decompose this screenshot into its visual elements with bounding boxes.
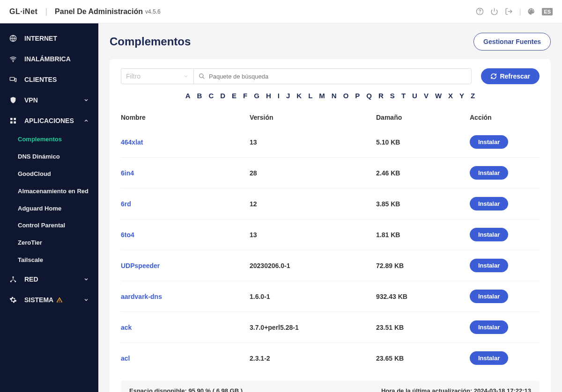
sidebar-sub-ddns[interactable]: DNS Dinámico [0, 148, 98, 166]
install-button[interactable]: Instalar [470, 166, 508, 180]
col-action: Acción [470, 114, 540, 121]
page-header: Complementos Gestionar Fuentes [110, 33, 551, 51]
table-row: UDPspeeder 20230206.0-1 72.89 KB Instala… [121, 250, 540, 281]
sidebar-sub-zerotier[interactable]: ZeroTier [0, 234, 98, 252]
alpha-letter[interactable]: E [232, 92, 237, 100]
alpha-letter[interactable]: B [197, 92, 202, 100]
sidebar-sub-tailscale[interactable]: Tailscale [0, 252, 98, 269]
alpha-letter[interactable]: C [208, 92, 214, 100]
install-button[interactable]: Instalar [470, 320, 508, 334]
package-link[interactable]: 6in4 [121, 169, 134, 177]
package-version: 12 [250, 200, 376, 208]
package-link[interactable]: 6rd [121, 200, 131, 208]
warning-icon [56, 297, 63, 303]
globe-icon [9, 35, 18, 42]
alpha-letter[interactable]: A [185, 92, 191, 100]
nav-label: VPN [24, 96, 38, 104]
package-version: 1.6.0-1 [250, 293, 376, 300]
alpha-letter[interactable]: N [332, 92, 337, 100]
applications-submenu: Complementos DNS Dinámico GoodCloud Alma… [0, 131, 98, 269]
chevron-down-icon [183, 73, 189, 79]
manage-sources-button[interactable]: Gestionar Fuentes [473, 33, 551, 51]
package-size: 1.81 KB [376, 231, 470, 239]
package-link[interactable]: acl [121, 355, 130, 362]
last-update: Hora de la última actualización: 2024-03… [381, 387, 531, 392]
package-link[interactable]: 464xlat [121, 138, 143, 146]
alpha-letter[interactable]: I [278, 92, 280, 100]
table-row: ack 3.7.0+perl5.28-1 23.51 KB Instalar [121, 312, 540, 343]
table-row: 464xlat 13 5.10 KB Instalar [121, 127, 540, 158]
language-badge[interactable]: ES [542, 8, 553, 15]
shield-icon [9, 96, 18, 104]
logout-icon[interactable] [505, 7, 513, 15]
alpha-letter[interactable]: X [448, 92, 453, 100]
alpha-letter[interactable]: K [296, 92, 302, 100]
sidebar-sub-parental[interactable]: Control Parental [0, 217, 98, 234]
alpha-letter[interactable]: M [319, 92, 325, 100]
package-size: 932.43 KB [376, 293, 470, 300]
package-link[interactable]: UDPspeeder [121, 262, 160, 269]
col-version: Versión [250, 114, 376, 121]
package-link[interactable]: ack [121, 324, 132, 331]
sidebar-sub-plugins[interactable]: Complementos [0, 131, 98, 148]
install-button[interactable]: Instalar [470, 197, 508, 211]
search-input[interactable] [209, 73, 466, 80]
sidebar-item-network[interactable]: RED [0, 269, 98, 290]
package-size: 2.46 KB [376, 169, 470, 177]
package-size: 3.85 KB [376, 200, 470, 208]
refresh-button[interactable]: Refrescar [481, 68, 540, 84]
alpha-letter[interactable]: F [243, 92, 247, 100]
theme-icon[interactable] [527, 7, 535, 15]
install-button[interactable]: Instalar [470, 135, 508, 149]
alpha-letter[interactable]: W [435, 92, 442, 100]
divider: | [45, 7, 47, 16]
package-version: 13 [250, 138, 376, 146]
alpha-letter[interactable]: D [220, 92, 225, 100]
sidebar-item-system[interactable]: SISTEMA [0, 290, 98, 310]
package-version: 3.7.0+perl5.28-1 [250, 324, 376, 331]
svg-point-1 [480, 13, 480, 14]
alpha-letter[interactable]: U [412, 92, 417, 100]
svg-rect-7 [10, 77, 14, 80]
svg-rect-9 [10, 118, 13, 120]
nav-label: INALÁMBRICA [24, 55, 71, 63]
table-row: 6to4 13 1.81 KB Instalar [121, 219, 540, 250]
alpha-letter[interactable]: J [286, 92, 290, 100]
alpha-letter[interactable]: O [343, 92, 349, 100]
sidebar-item-wireless[interactable]: INALÁMBRICA [0, 49, 98, 69]
install-button[interactable]: Instalar [470, 351, 508, 365]
search-icon [199, 73, 205, 80]
sidebar-sub-adguard[interactable]: Adguard Home [0, 200, 98, 218]
alpha-letter[interactable]: P [355, 92, 360, 100]
install-button[interactable]: Instalar [470, 290, 508, 303]
status-bar: Espacio disponible: 95.90 % ( 6.98 GB ) … [121, 381, 540, 392]
package-link[interactable]: 6to4 [121, 231, 134, 239]
alpha-letter[interactable]: Y [459, 92, 464, 100]
chevron-up-icon [83, 118, 89, 123]
panel-title: Panel De Administración [55, 7, 143, 16]
page-title: Complementos [110, 35, 191, 48]
alpha-letter[interactable]: H [266, 92, 271, 100]
alpha-letter[interactable]: V [424, 92, 429, 100]
alpha-letter[interactable]: L [308, 92, 312, 100]
package-link[interactable]: aardvark-dns [121, 293, 162, 300]
sidebar-item-vpn[interactable]: VPN [0, 90, 98, 110]
plugins-card: Filtro Refrescar A B C D E F [110, 59, 551, 392]
svg-point-13 [12, 276, 14, 278]
install-button[interactable]: Instalar [470, 228, 508, 241]
sidebar-item-clients[interactable]: CLIENTES [0, 69, 98, 90]
install-button[interactable]: Instalar [470, 259, 508, 272]
alpha-letter[interactable]: R [378, 92, 384, 100]
alpha-letter[interactable]: Z [471, 92, 475, 100]
alpha-letter[interactable]: T [401, 92, 406, 100]
sidebar-item-applications[interactable]: APLICACIONES [0, 110, 98, 131]
alpha-letter[interactable]: Q [366, 92, 372, 100]
alpha-letter[interactable]: G [254, 92, 259, 100]
sidebar-item-internet[interactable]: INTERNET [0, 28, 98, 49]
help-icon[interactable] [476, 7, 484, 15]
alpha-letter[interactable]: S [390, 92, 395, 100]
sidebar-sub-storage[interactable]: Almacenamiento en Red [0, 183, 98, 200]
sidebar-sub-goodcloud[interactable]: GoodCloud [0, 166, 98, 183]
filter-select[interactable]: Filtro [121, 68, 193, 84]
power-icon[interactable] [490, 7, 498, 15]
